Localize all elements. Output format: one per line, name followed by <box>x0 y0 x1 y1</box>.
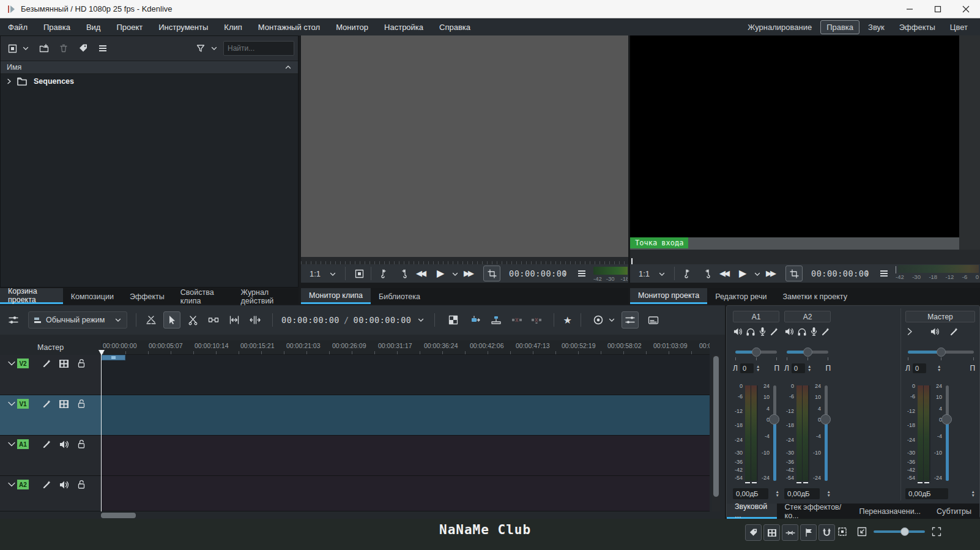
play-dropdown-icon[interactable] <box>451 270 459 278</box>
forward-button[interactable]: ▶▶ <box>766 269 774 278</box>
create-folder-button[interactable] <box>36 40 52 56</box>
bin-menu-button[interactable] <box>95 40 111 56</box>
track-effects-icon[interactable] <box>42 399 52 409</box>
record-dropdown-icon[interactable] <box>608 316 615 324</box>
volume-fader[interactable] <box>820 414 831 425</box>
tab-compositions[interactable]: Композиции <box>63 288 122 304</box>
zoom-fit-timeline-icon[interactable] <box>931 526 942 537</box>
zoom-dropdown-icon[interactable] <box>658 270 666 278</box>
tab-effect-stack[interactable]: Стек эффектов/ко... <box>777 504 852 519</box>
rewind-button[interactable]: ◀◀ <box>719 269 728 278</box>
workspace-color[interactable]: Цвет <box>944 20 974 34</box>
tag-button[interactable] <box>75 40 91 56</box>
column-collapse-icon[interactable] <box>284 64 292 71</box>
tab-project-monitor[interactable]: Монитор проекта <box>630 288 707 304</box>
timeline-master-button[interactable]: Мастер <box>0 340 101 355</box>
track-name-badge[interactable]: A2 <box>17 480 29 489</box>
extract-zone-button[interactable] <box>508 311 525 329</box>
menu-monitor[interactable]: Монитор <box>328 20 376 35</box>
zoom-to-zone-icon[interactable] <box>837 526 848 537</box>
timecode-spinner[interactable]: ▲▼ <box>563 269 566 277</box>
clip-monitor-ruler[interactable] <box>301 257 628 264</box>
play-button[interactable]: ▶ <box>437 267 444 279</box>
bin-search-input[interactable] <box>223 41 294 56</box>
timeline-zone-bar[interactable] <box>102 355 125 360</box>
mute-icon[interactable] <box>784 327 794 336</box>
monitor-menu-button[interactable] <box>876 266 892 281</box>
insert-zone-in-timeline-button[interactable] <box>488 311 505 329</box>
track-name-badge[interactable]: V2 <box>17 359 29 368</box>
track-video-icon[interactable] <box>59 399 69 409</box>
track-name-badge[interactable]: A1 <box>17 439 29 449</box>
clip-monitor-timecode[interactable]: 00:00:00:00 <box>509 269 567 278</box>
track-effects-icon[interactable] <box>42 480 52 489</box>
balance-spinner[interactable]: ▲▼ <box>756 365 760 372</box>
track-head-v1[interactable]: V1 <box>0 395 101 436</box>
monitor-menu-button[interactable] <box>574 266 590 281</box>
tab-audio-mixer[interactable]: Звуковой ... <box>727 504 777 519</box>
volume-value[interactable]: 0,00дБ <box>733 488 768 499</box>
razor-tool-button[interactable] <box>184 311 201 329</box>
timecode-spinner[interactable]: ▲▼ <box>865 269 869 277</box>
fit-zoom-icon[interactable] <box>856 526 867 537</box>
balance-value[interactable]: 0 <box>740 363 754 373</box>
channel-effects-icon[interactable] <box>949 327 959 336</box>
menu-view[interactable]: Вид <box>78 20 109 35</box>
zone-mode-button[interactable] <box>785 266 803 281</box>
track-lane-a1[interactable] <box>101 436 710 476</box>
mute-icon[interactable] <box>930 327 940 336</box>
tab-remapping[interactable]: Переназначени... <box>851 504 929 519</box>
insert-zone-in-bin-button[interactable] <box>467 311 484 329</box>
expand-arrow-icon[interactable] <box>6 78 13 85</box>
track-effects-icon[interactable] <box>42 439 52 449</box>
maximize-button[interactable] <box>924 0 952 18</box>
tab-library[interactable]: Библиотека <box>371 288 428 304</box>
bin-folder-row-sequences[interactable]: Sequences <box>1 74 298 89</box>
balance-spinner[interactable]: ▲▼ <box>937 365 941 372</box>
set-out-point-button[interactable] <box>699 266 715 281</box>
menu-file[interactable]: Файл <box>0 20 35 35</box>
audio-thumbnails-toggle[interactable] <box>782 524 798 541</box>
timeline-position-timecode[interactable]: 00:00:00:00 <box>281 315 340 325</box>
channel-label[interactable]: A1 <box>733 311 779 322</box>
tab-clip-monitor[interactable]: Монитор клипа <box>301 288 371 304</box>
timeline-vertical-scrollbar[interactable] <box>712 355 720 511</box>
channel-label[interactable]: A2 <box>784 311 831 322</box>
track-video-icon[interactable] <box>59 359 69 368</box>
track-head-v2[interactable]: V2 <box>0 355 101 395</box>
tab-project-bin[interactable]: Корзина проекта <box>0 288 63 304</box>
project-monitor-zonebar[interactable] <box>630 250 980 264</box>
track-lane-a2[interactable] <box>101 476 710 511</box>
tab-subtitles[interactable]: Субтитры <box>929 504 979 519</box>
track-lock-icon[interactable] <box>77 439 86 449</box>
add-clip-button[interactable] <box>4 40 20 56</box>
workspace-editing[interactable]: Правка <box>820 20 859 34</box>
track-head-a2[interactable]: A2 <box>0 476 101 511</box>
menu-timeline[interactable]: Монтажный стол <box>250 20 328 35</box>
mix-clips-button[interactable] <box>143 311 160 329</box>
volume-fader[interactable] <box>769 414 779 425</box>
show-tags-toggle[interactable] <box>745 524 762 541</box>
menu-edit[interactable]: Правка <box>35 20 78 35</box>
volume-fader[interactable] <box>941 414 952 425</box>
add-clip-dropdown-icon[interactable] <box>20 40 31 56</box>
forward-button[interactable]: ▶▶ <box>464 269 472 278</box>
set-in-point-button[interactable] <box>377 266 393 281</box>
volume-spinner[interactable]: ▲▼ <box>776 490 779 497</box>
workspace-audio[interactable]: Звук <box>862 20 891 34</box>
zoom-dropdown-icon[interactable] <box>329 270 336 278</box>
playhead-marker[interactable] <box>98 350 105 355</box>
volume-spinner[interactable]: ▲▼ <box>971 490 975 497</box>
monitor-zoom-level[interactable]: 1:1 <box>310 269 321 278</box>
timeline-zoom-slider[interactable] <box>874 527 925 536</box>
edit-mode-select[interactable]: Обычный режим <box>28 311 127 329</box>
video-thumbnails-toggle[interactable] <box>763 524 780 541</box>
channel-effects-icon[interactable] <box>770 327 779 336</box>
track-lock-icon[interactable] <box>77 480 86 489</box>
track-effects-icon[interactable] <box>42 359 52 368</box>
track-compositing-button[interactable] <box>445 311 462 329</box>
volume-spinner[interactable]: ▲▼ <box>827 490 831 497</box>
menu-tools[interactable]: Инструменты <box>150 20 216 35</box>
track-lane-v2[interactable] <box>101 355 710 395</box>
monitor-zoom-level[interactable]: 1:1 <box>639 269 650 278</box>
